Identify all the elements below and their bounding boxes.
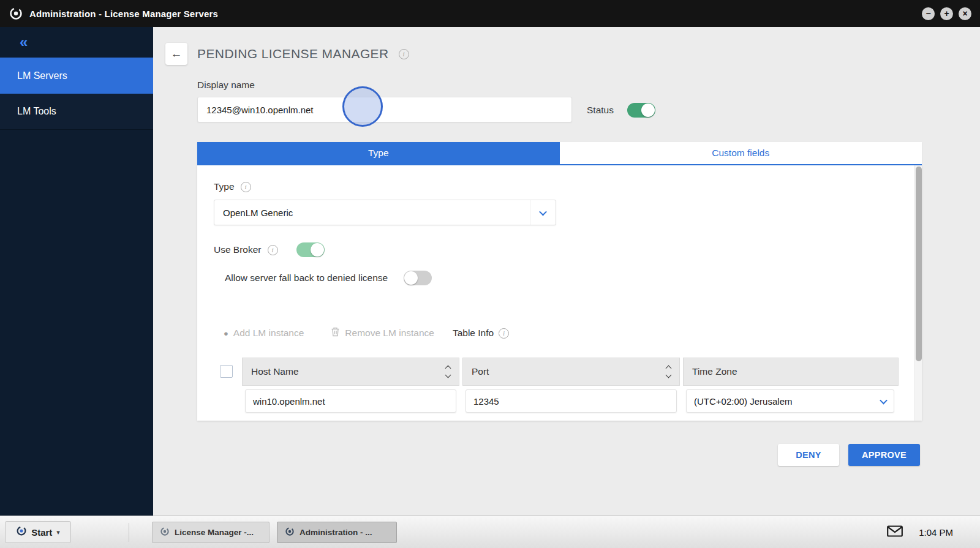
info-icon[interactable]: i — [241, 182, 251, 192]
display-name-input[interactable] — [197, 97, 572, 122]
maximize-icon[interactable]: + — [940, 7, 953, 20]
sort-icon — [666, 366, 671, 377]
window-controls: − + × — [922, 7, 971, 20]
tab-label: Custom fields — [712, 148, 769, 159]
screen: Administration - License Manager Servers… — [0, 0, 980, 548]
trash-icon — [331, 327, 340, 339]
remove-lm-instance-label: Remove LM instance — [345, 328, 434, 339]
window-title: Administration - License Manager Servers — [29, 9, 218, 19]
tab-bar: Type Custom fields — [197, 142, 922, 165]
taskbar: Start ▾ License Manager -... Administrat… — [0, 516, 980, 548]
fallback-toggle[interactable] — [404, 271, 432, 285]
sidebar-item-lm-tools[interactable]: LM Tools — [0, 94, 153, 130]
close-icon[interactable]: × — [959, 7, 971, 20]
lm-instance-table: Host Name Port Time Zone win10.openlm.ne… — [214, 358, 899, 416]
table-info-label: Table Info — [453, 328, 494, 339]
page-title: PENDING LICENSE MANAGER — [197, 47, 389, 61]
use-broker-toggle[interactable] — [296, 242, 325, 257]
fallback-row: Allow server fall back to denied license — [225, 271, 432, 285]
table-header-row: Host Name Port Time Zone — [214, 358, 899, 386]
add-lm-instance-label: Add LM instance — [233, 328, 304, 339]
use-broker-label: Use Broker — [214, 244, 262, 255]
titlebar: Administration - License Manager Servers… — [0, 0, 980, 27]
task-label: License Manager -... — [175, 528, 254, 537]
tab-custom-fields[interactable]: Custom fields — [560, 142, 922, 164]
info-icon[interactable]: i — [268, 245, 278, 255]
page-header: ← PENDING LICENSE MANAGER i — [165, 43, 409, 65]
task-label: Administration - ... — [300, 528, 372, 537]
column-header-port[interactable]: Port — [462, 358, 680, 386]
sidebar-item-label: LM Tools — [17, 106, 56, 117]
type-select[interactable]: OpenLM Generic — [214, 200, 556, 225]
caret-down-icon: ▾ — [56, 528, 60, 536]
info-icon[interactable]: i — [399, 49, 409, 59]
start-logo-icon — [16, 525, 27, 539]
mail-icon[interactable] — [887, 525, 903, 539]
sidebar-item-lm-servers[interactable]: LM Servers — [0, 58, 153, 94]
scrollbar-thumb[interactable] — [916, 167, 922, 361]
system-tray: 1:04 PM — [887, 516, 953, 548]
remove-lm-instance-button[interactable]: Remove LM instance — [331, 327, 434, 339]
toggle-knob — [404, 271, 418, 285]
port-cell[interactable]: 12345 — [466, 389, 677, 413]
status-row: Status — [587, 103, 655, 118]
time-zone-select[interactable]: (UTC+02:00) Jerusalem — [686, 389, 894, 413]
add-dot-icon: ● — [224, 329, 228, 338]
tab-label: Type — [368, 148, 389, 159]
column-header-label: Port — [472, 366, 489, 377]
task-icon — [285, 527, 295, 538]
chevron-down-icon — [530, 200, 556, 225]
taskbar-item-administration[interactable]: Administration - ... — [277, 522, 397, 543]
select-all-checkbox[interactable] — [220, 365, 233, 378]
sidebar: « LM Servers LM Tools — [0, 27, 153, 516]
deny-button[interactable]: DENY — [778, 444, 839, 466]
sort-icon — [446, 366, 450, 377]
add-lm-instance-button[interactable]: ● Add LM instance — [224, 328, 304, 339]
toggle-knob — [311, 243, 324, 257]
type-tab-panel: Type i OpenLM Generic Use Broker i Allow… — [197, 165, 922, 421]
use-broker-row: Use Broker i — [214, 242, 325, 257]
taskbar-divider — [129, 523, 129, 542]
type-label-row: Type i — [214, 181, 251, 192]
column-header-host-name[interactable]: Host Name — [242, 358, 459, 386]
approve-button[interactable]: APPROVE — [848, 444, 920, 466]
table-row: win10.openlm.net 12345 (UTC+02:00) Jerus… — [214, 386, 899, 416]
fallback-label: Allow server fall back to denied license — [225, 272, 388, 283]
taskbar-item-license-manager[interactable]: License Manager -... — [152, 522, 270, 543]
host-name-cell[interactable]: win10.openlm.net — [245, 389, 456, 413]
table-info: Table Info i — [453, 328, 509, 339]
main-content: ← PENDING LICENSE MANAGER i Display name… — [153, 27, 980, 516]
chevron-down-icon — [880, 396, 888, 404]
back-arrow-icon: ← — [171, 47, 183, 61]
column-header-label: Time Zone — [692, 366, 737, 377]
info-icon[interactable]: i — [499, 328, 509, 339]
display-name-label: Display name — [197, 80, 255, 91]
sidebar-item-label: LM Servers — [17, 70, 67, 81]
clock: 1:04 PM — [919, 527, 953, 538]
status-label: Status — [587, 105, 614, 116]
openlm-logo-icon — [9, 6, 23, 21]
table-toolbar: ● Add LM instance Remove LM instance Tab… — [224, 327, 509, 339]
back-button[interactable]: ← — [165, 43, 187, 65]
start-button[interactable]: Start ▾ — [5, 521, 71, 543]
column-header-time-zone[interactable]: Time Zone — [683, 358, 899, 386]
tab-type[interactable]: Type — [197, 142, 560, 164]
type-label: Type — [214, 181, 235, 192]
start-label: Start — [31, 527, 52, 538]
time-zone-value: (UTC+02:00) Jerusalem — [694, 396, 792, 407]
panel-scrollbar[interactable] — [914, 165, 922, 421]
sidebar-collapse-icon[interactable]: « — [0, 27, 153, 58]
task-icon — [160, 527, 170, 538]
column-header-label: Host Name — [251, 366, 299, 377]
type-select-value: OpenLM Generic — [223, 208, 293, 218]
minimize-icon[interactable]: − — [922, 7, 935, 20]
status-toggle[interactable] — [627, 103, 655, 118]
toggle-knob — [641, 103, 655, 117]
